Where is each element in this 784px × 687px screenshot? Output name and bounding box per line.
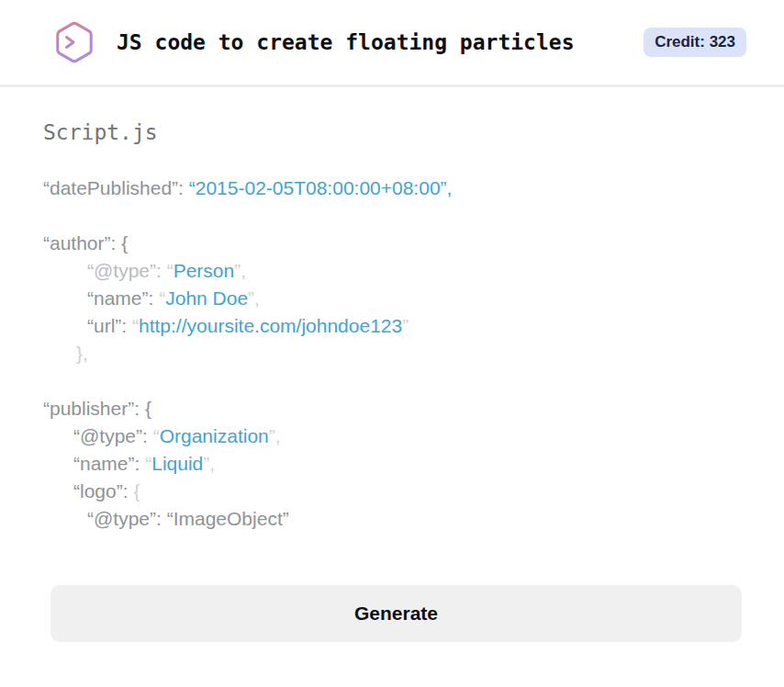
code-line: “logo”: { [43, 478, 742, 505]
code-line: }, [43, 340, 742, 367]
code-line: “publisher”: { [43, 395, 742, 422]
code-line: “@type”: “Person”, [43, 257, 742, 285]
code-segment: ”, [248, 287, 260, 309]
code-segment: : [121, 315, 132, 336]
code-segment: “author” [43, 232, 111, 253]
code-segment: : [135, 453, 146, 474]
code-segment: : { [111, 232, 129, 253]
code-segment: ”, [203, 453, 215, 474]
code-segment: ”, [269, 425, 281, 446]
code-segment: : [142, 425, 153, 446]
code-segment: “@type” [87, 508, 156, 529]
code-line: “name”: “John Doe”, [43, 285, 742, 312]
code-segment: “ [167, 260, 174, 281]
credit-badge: Credit: 323 [644, 28, 746, 57]
code-segment: : [149, 287, 160, 309]
footer: Generate [0, 533, 784, 642]
code-block: “datePublished”: “2015-02-05T08:00:00+08… [43, 175, 742, 533]
code-segment: “2015-02-05T08:00:00+08:00”, [189, 177, 453, 198]
file-name-heading: Script.js [43, 120, 742, 144]
code-segment: John Doe [165, 287, 248, 309]
code-segment: { [133, 480, 140, 501]
code-line: “name”: “Liquid”, [43, 450, 742, 478]
code-segment: : { [134, 398, 151, 419]
code-line: “author”: { [43, 230, 742, 257]
code-segment: “ [132, 315, 139, 336]
generate-button[interactable]: Generate [50, 585, 742, 642]
code-blank-line [43, 367, 742, 395]
main-content: Script.js “datePublished”: “2015-02-05T0… [0, 87, 784, 533]
code-segment: “ImageObject” [167, 508, 289, 529]
code-segment: ” [402, 315, 409, 336]
code-segment: http://yoursite.com/johndoe123 [139, 315, 402, 336]
code-segment: “logo” [73, 480, 123, 501]
code-segment: “ [153, 425, 160, 446]
code-segment: “url” [87, 315, 121, 336]
code-segment: : [156, 508, 167, 529]
page-title: JS code to create floating particles [117, 30, 575, 54]
app-window: JS code to create floating particles Cre… [0, 0, 784, 687]
code-segment: “@type” [73, 425, 142, 446]
code-line: “@type”: “Organization”, [43, 422, 742, 450]
code-line: “datePublished”: “2015-02-05T08:00:00+08… [43, 175, 742, 202]
code-segment: Person [174, 260, 235, 281]
terminal-hexagon-icon [52, 20, 96, 64]
code-segment: “@type” [87, 260, 156, 281]
code-segment: }, [76, 343, 88, 364]
code-line: “@type”: “ImageObject” [43, 505, 742, 533]
code-segment: “name” [73, 453, 135, 474]
code-segment: : [123, 480, 134, 501]
code-segment: “name” [87, 287, 149, 309]
code-segment: “datePublished” [43, 177, 178, 198]
code-segment: Liquid [151, 453, 203, 474]
code-segment: “publisher” [43, 398, 134, 419]
code-segment: : [156, 260, 167, 281]
header: JS code to create floating particles Cre… [0, 0, 784, 87]
code-segment: ”, [234, 260, 246, 281]
code-blank-line [43, 202, 742, 230]
code-segment: Organization [160, 425, 269, 446]
code-segment: : [178, 177, 189, 198]
code-line: “url”: “http://yoursite.com/johndoe123” [43, 312, 742, 340]
